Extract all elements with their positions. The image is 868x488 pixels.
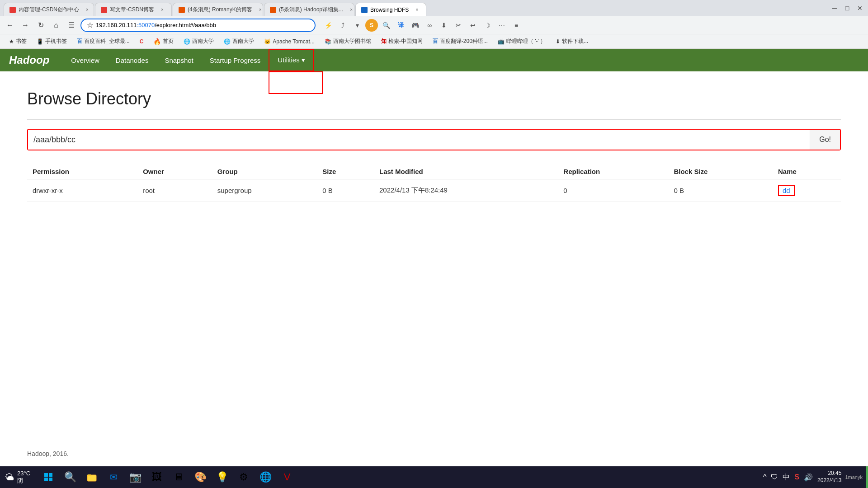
app7-button[interactable]: 🌐	[256, 468, 274, 486]
bm-dl[interactable]: ⬇ 软件下载...	[552, 37, 592, 46]
maximize-button[interactable]: □	[843, 4, 852, 13]
tray-volume[interactable]: 🔊	[803, 472, 814, 483]
col-owner: Owner	[137, 164, 212, 179]
reload-button[interactable]: ↻	[34, 19, 47, 32]
start-button[interactable]	[39, 468, 57, 486]
clock-widget[interactable]: 20:45 2022/4/13	[817, 470, 841, 484]
bm-mobile-icon: 📱	[37, 38, 43, 45]
tab-5-active[interactable]: Browsing HDFS ×	[355, 3, 426, 16]
tab-4[interactable]: (5条消息) Hadoop详细集... ×	[264, 3, 354, 16]
tab-3-close[interactable]: ×	[257, 6, 263, 14]
undo-icon[interactable]: ↩	[467, 19, 479, 32]
bm-label-4: 西南大学	[192, 38, 214, 45]
tab-2-close[interactable]: ×	[159, 6, 166, 14]
bm-label-8: 检索-中国知网	[388, 38, 423, 45]
main-content: Browse Directory Go! Permission Owner Gr…	[0, 71, 868, 441]
minimize-button[interactable]: ─	[830, 4, 839, 13]
row-size: 0 B	[317, 179, 374, 202]
col-group: Group	[212, 164, 317, 179]
tray-shield[interactable]: 🛡	[770, 472, 779, 482]
nav-overview[interactable]: Overview	[63, 49, 108, 71]
bm-baike[interactable]: 百 百度百科_全球最...	[73, 37, 133, 46]
back-button[interactable]: ←	[4, 19, 16, 32]
right-edge-bar	[866, 466, 868, 488]
clock-date: 2022/4/13	[817, 477, 841, 484]
windows-logo-icon	[44, 473, 53, 482]
ext1-icon[interactable]: ⬇	[438, 19, 450, 32]
menu-icon[interactable]: ≡	[510, 19, 523, 32]
app2-button[interactable]: 🖼	[148, 468, 166, 486]
tray-lang[interactable]: 中	[782, 472, 791, 483]
row-name-link[interactable]: dd	[778, 185, 795, 196]
nav-startup-progress[interactable]: Startup Progress	[202, 49, 269, 71]
tab-2[interactable]: 写文章-CSDN博客 ×	[95, 3, 172, 16]
col-name: Name	[773, 164, 841, 179]
toolbar-icons: ⚡ ⤴ ▾ S 🔍 译 🎮 ∞ ⬇ ✂ ↩ ☽ ⋯ ≡	[318, 19, 864, 32]
nav-snapshot[interactable]: Snapshot	[156, 49, 201, 71]
search-s-icon[interactable]: S	[365, 19, 378, 32]
tray-s[interactable]: S	[793, 472, 800, 482]
close-button[interactable]: ✕	[855, 4, 864, 13]
moon-icon[interactable]: ☽	[481, 19, 494, 32]
forward-button[interactable]: →	[19, 19, 32, 32]
go-button[interactable]: Go!	[810, 130, 840, 150]
tab-1[interactable]: 内容管理-CSDN创作中心 ×	[4, 3, 94, 16]
dropdown-icon[interactable]: ▾	[351, 19, 363, 32]
svg-rect-3	[49, 478, 52, 481]
app5-button[interactable]: 💡	[213, 468, 231, 486]
app8-button[interactable]: V	[278, 468, 296, 486]
path-input[interactable]	[28, 130, 810, 150]
app6-button[interactable]: ⚙	[235, 468, 253, 486]
weather-icon: 🌥	[5, 472, 14, 483]
address-port: :50070	[137, 22, 155, 28]
app1-button[interactable]: 📷	[126, 468, 144, 486]
tab-1-close[interactable]: ×	[84, 6, 91, 14]
bm-mobile[interactable]: 📱 手机书签	[33, 37, 71, 46]
tab-3[interactable]: (4条消息) RomanyK的博客 ×	[173, 3, 263, 16]
nav-datanodes[interactable]: Datanodes	[108, 49, 157, 71]
row-permission: drwxr-xr-x	[27, 179, 137, 202]
bookmark-button[interactable]: ☰	[65, 19, 78, 32]
scissors-icon[interactable]: ✂	[452, 19, 465, 32]
tab-4-label: (5条消息) Hadoop详细集...	[279, 6, 343, 14]
bm-c[interactable]: C	[136, 38, 147, 46]
tab-5-close[interactable]: ×	[413, 6, 420, 14]
bm-tomcat-icon: 🐱	[264, 38, 271, 45]
translate-icon[interactable]: 译	[394, 19, 407, 32]
game-icon[interactable]: 🎮	[409, 19, 421, 32]
col-block-size: Block Size	[668, 164, 773, 179]
share-icon[interactable]: ⤴	[336, 19, 349, 32]
bm-label-0: 书签	[16, 38, 27, 45]
svg-rect-1	[49, 473, 52, 477]
file-explorer-button[interactable]	[83, 468, 101, 486]
more-icon[interactable]: ⋯	[495, 19, 508, 32]
address-bar[interactable]: ☆ 192.168.20.111:50070/explorer.html#/aa…	[80, 19, 316, 32]
bookmarks-bar: ★ 书签 📱 手机书签 百 百度百科_全球最... C 🔥 首页 🌐 西南大学 …	[0, 34, 868, 49]
lightning-icon[interactable]: ⚡	[322, 19, 335, 32]
bm-label-7: 西南大学图书馆	[333, 38, 371, 45]
tab-3-label: (4条消息) RomanyK的博客	[188, 6, 252, 14]
infinity-icon[interactable]: ∞	[423, 19, 436, 32]
bm-tomcat[interactable]: 🐱 Apache Tomcat...	[260, 38, 318, 46]
mail-button[interactable]: ✉	[104, 468, 123, 486]
search-icon[interactable]: 🔍	[380, 19, 392, 32]
bm-globe2-icon: 🌐	[224, 38, 231, 45]
tab-bar: 内容管理-CSDN创作中心 × 写文章-CSDN博客 × (4条消息) Roma…	[4, 0, 825, 16]
table-body: drwxr-xr-x root supergroup 0 B 2022/4/13…	[27, 179, 841, 202]
app3-button[interactable]: 🖥	[170, 468, 188, 486]
bm-zhiwang[interactable]: 知 检索-中国知网	[377, 37, 426, 46]
search-taskbar-button[interactable]: 🔍	[61, 468, 79, 486]
bm-globe2[interactable]: 🌐 西南大学	[220, 37, 258, 46]
address-text: 192.168.20.111:50070/explorer.html#/aaa/…	[96, 22, 309, 28]
app4-button[interactable]: 🎨	[191, 468, 209, 486]
bm-globe[interactable]: 🌐 西南大学	[180, 37, 217, 46]
bm-lib[interactable]: 📚 西南大学图书馆	[321, 37, 375, 46]
home-button[interactable]: ⌂	[50, 19, 62, 32]
tab-4-close[interactable]: ×	[348, 6, 354, 14]
bm-star[interactable]: ★ 书签	[5, 37, 30, 46]
bm-bili[interactable]: 📺 哔哩哔哩（ '-' ）	[494, 37, 549, 46]
nav-utilities[interactable]: Utilities ▾	[269, 49, 314, 71]
bm-translate[interactable]: 百 百度翻译-200种语...	[429, 37, 491, 46]
bm-h[interactable]: 🔥 首页	[150, 37, 177, 46]
tray-caret[interactable]: ^	[762, 472, 768, 482]
